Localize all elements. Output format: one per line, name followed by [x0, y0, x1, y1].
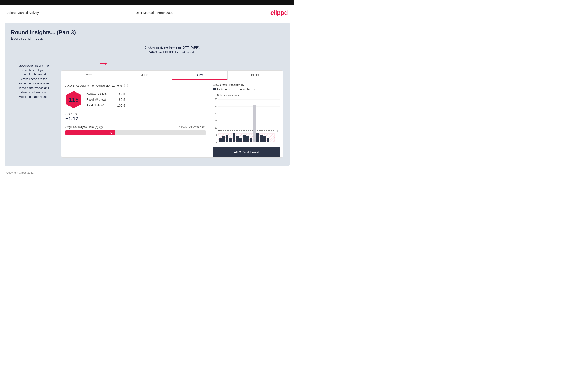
svg-text:8: 8 [277, 129, 278, 132]
svg-text:20: 20 [215, 112, 217, 115]
proximity-bar-fill: 77' [66, 130, 114, 135]
proximity-bar-value: 77' [110, 131, 113, 134]
svg-marker-19 [218, 130, 220, 132]
copyright: Copyright Clippd 2021 [6, 171, 34, 174]
section-header: ARG Shot Quality 6ft Conversion Zone % ? [66, 84, 206, 87]
svg-rect-30 [239, 138, 242, 142]
proximity-help-icon[interactable]: ? [99, 125, 103, 129]
svg-rect-24 [219, 138, 222, 142]
svg-rect-32 [246, 136, 249, 142]
bar-row-fairway: Fairway (5 shots) 80% [86, 92, 125, 95]
nav-annotation-area: Click to navigate between 'OTT', 'APP','… [61, 45, 283, 68]
legend-swatch-updown [213, 88, 216, 90]
card-area: Click to navigate between 'OTT', 'APP','… [61, 45, 283, 158]
page-title: Round Insights... (Part 3) [11, 29, 283, 36]
tab-putt[interactable]: PUTT [228, 71, 283, 80]
round-card: OTT APP ARG PUTT ARG Shot Quality 6ft Co… [61, 70, 283, 158]
legend-label-roundavg: Round Average [239, 88, 256, 91]
chart-svg-container: 0 5 10 15 20 25 30 [213, 98, 280, 145]
legend-hatched-swatch [213, 94, 216, 96]
svg-rect-33 [250, 138, 252, 142]
svg-rect-31 [243, 135, 245, 142]
bar-label-sand: Sand (1 shots) [86, 104, 112, 107]
page-subtitle: Every round in detail [11, 36, 283, 41]
help-icon[interactable]: ? [124, 84, 128, 87]
proximity-bar-track: 77' [66, 130, 206, 135]
legend-round-avg: Round Average [233, 88, 256, 91]
legend-label-updown: Up & Down [217, 88, 230, 91]
note-bold: Note: [21, 77, 28, 81]
svg-rect-28 [233, 133, 235, 142]
legend-updown: Up & Down [213, 88, 230, 91]
tab-arg[interactable]: ARG [172, 71, 228, 80]
card-body: ARG Shot Quality 6ft Conversion Zone % ? [61, 80, 283, 157]
svg-text:15: 15 [215, 119, 217, 122]
svg-rect-34 [253, 105, 256, 142]
legend-label-conversion: 6 ft conversion zone [217, 94, 240, 96]
hex-badge-container: 115 Fairway (5 shots) 80% [66, 91, 206, 109]
header: Upload Manual Activity User Manual - Mar… [0, 5, 294, 20]
proximity-title-text: Avg Proximity to Hole (ft) [66, 125, 98, 129]
main-content: Round Insights... (Part 3) Every round i… [5, 23, 290, 166]
conversion-label: 6ft Conversion Zone % [92, 84, 122, 87]
tab-app[interactable]: APP [117, 71, 172, 80]
content-layout: Get greater insight intoeach facet of yo… [11, 45, 283, 158]
svg-rect-27 [229, 138, 232, 142]
proximity-header: Avg Proximity to Hole (ft) ? ↑ PGA Tour … [66, 125, 206, 129]
bar-row-sand: Sand (1 shots) 100% [86, 104, 125, 107]
proximity-section: Avg Proximity to Hole (ft) ? ↑ PGA Tour … [66, 125, 206, 135]
doc-title: User Manual - March 2022 [136, 11, 173, 15]
tab-ott[interactable]: OTT [61, 71, 117, 80]
bar-label-rough: Rough (5 shots) [86, 98, 112, 101]
arg-shot-quality-label: ARG Shot Quality [66, 84, 89, 87]
top-bar [0, 0, 294, 5]
legend-dashed-line [233, 89, 238, 89]
svg-rect-35 [257, 133, 259, 142]
annotation-line1: Get greater insight intoeach facet of yo… [19, 64, 49, 76]
clippd-logo: clippd [270, 9, 288, 17]
data-section: ARG Shot Quality 6ft Conversion Zone % ? [61, 80, 210, 157]
sg-value: +1.17 [66, 116, 206, 122]
upload-label[interactable]: Upload Manual Activity [6, 11, 39, 15]
proximity-cursor [114, 130, 115, 135]
annotation-arrow-svg [98, 56, 111, 68]
proximity-avg: ↑ PGA Tour Avg: 7'10" [179, 125, 206, 128]
tabs-container: OTT APP ARG PUTT [61, 71, 283, 80]
proximity-title: Avg Proximity to Hole (ft) ? [66, 125, 103, 129]
logo-area: clippd [270, 9, 288, 17]
legend-conversion: 6 ft conversion zone [213, 94, 240, 96]
left-panel: Get greater insight intoeach facet of yo… [11, 45, 61, 158]
bar-label-fairway: Fairway (5 shots) [86, 92, 112, 95]
footer: Copyright Clippd 2021 [0, 168, 294, 177]
svg-text:30: 30 [215, 98, 217, 101]
svg-text:25: 25 [215, 105, 217, 108]
chart-header: ARG Shots - Proximity (ft) [213, 83, 280, 86]
svg-text:0: 0 [216, 141, 217, 143]
arg-dashboard-button[interactable]: ARG Dashboard [213, 147, 280, 157]
nav-annotation-text: Click to navigate between 'OTT', 'APP','… [61, 45, 283, 55]
svg-rect-36 [260, 135, 263, 142]
svg-text:5: 5 [216, 133, 217, 136]
chart-section: ARG Shots - Proximity (ft) Up & Down Rou… [210, 80, 283, 157]
bar-pct-fairway: 80% [116, 92, 125, 95]
hexagon-badge: 115 [66, 91, 82, 109]
hex-value: 115 [69, 96, 78, 103]
svg-text:10: 10 [215, 126, 217, 129]
svg-rect-37 [263, 136, 266, 142]
sg-section: SG ARG +1.17 [66, 112, 206, 122]
svg-rect-26 [226, 135, 228, 142]
bar-row-rough: Rough (5 shots) 80% [86, 98, 125, 101]
svg-rect-29 [236, 136, 239, 142]
bar-chart-svg: 0 5 10 15 20 25 30 [213, 98, 282, 144]
bar-pct-sand: 100% [116, 104, 125, 107]
header-divider [6, 20, 288, 20]
svg-rect-25 [222, 136, 225, 142]
sg-label: SG ARG [66, 112, 206, 116]
annotation-text: Get greater insight intoeach facet of yo… [11, 63, 57, 99]
bar-rows: Fairway (5 shots) 80% Rough (5 shots) [86, 92, 125, 107]
svg-rect-38 [267, 138, 269, 142]
chart-legend: Up & Down Round Average 6 ft conversion … [213, 88, 280, 96]
svg-marker-2 [104, 62, 107, 65]
bar-pct-rough: 80% [116, 98, 125, 101]
